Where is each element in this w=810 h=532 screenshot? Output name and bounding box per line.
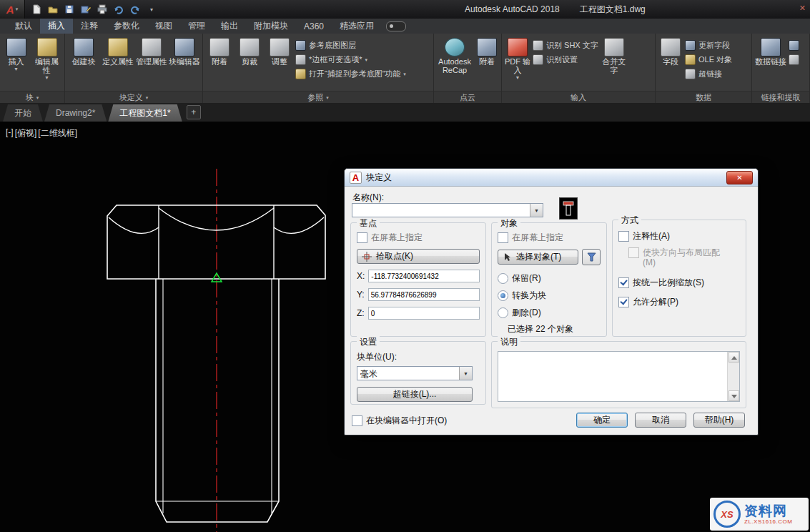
match-orientation-checkbox[interactable]: 使块方向与布局匹配(M) [628, 247, 721, 267]
bolt-shank-outline[interactable] [156, 279, 279, 522]
file-tab-document1[interactable]: 工程图文档1* [108, 104, 182, 122]
panel-title-linking[interactable]: 链接和提取 [752, 91, 809, 103]
description-text[interactable] [498, 352, 727, 401]
tab-insert[interactable]: 插入 [40, 19, 73, 34]
view-control[interactable]: [俯视] [15, 127, 37, 139]
ribbon: 插入 ▼ 编辑属性 ▼ 块▾ 创建块 [0, 34, 810, 103]
tab-addins[interactable]: 附加模块 [246, 19, 296, 34]
redo-button[interactable] [128, 2, 142, 16]
description-scrollbar[interactable] [727, 352, 739, 401]
autodesk-recap-button[interactable]: Autodesk ReCap [436, 36, 473, 74]
block-unit-combo[interactable]: 毫米 ▼ [357, 366, 473, 380]
tab-a360[interactable]: A360 [296, 19, 332, 34]
pdf-import-button[interactable]: PDF 输入 ▼ [504, 36, 531, 80]
tab-annotate[interactable]: 注释 [73, 19, 106, 34]
snap-to-underlay-button[interactable]: 打开“捕捉到参考底图”功能 ▾ [295, 68, 406, 80]
panel-title-block-definition[interactable]: 块定义▾ [65, 91, 202, 103]
cancel-button[interactable]: 取消 [635, 413, 686, 428]
file-tab-start[interactable]: 开始 [3, 104, 43, 122]
pick-point-button[interactable]: 拾取点(K) [357, 249, 480, 264]
objects-onscreen-checkbox[interactable]: 在屏幕上指定 [498, 232, 601, 243]
block-name-input[interactable] [352, 204, 530, 217]
scroll-up-icon[interactable] [728, 352, 739, 363]
convert-to-block-radio[interactable]: 转换为块 [498, 290, 601, 302]
tab-view[interactable]: 视图 [147, 19, 180, 34]
panel-title-data[interactable]: 数据 [656, 91, 751, 103]
window-close-button[interactable]: ✕ [799, 4, 806, 13]
open-file-button[interactable] [46, 2, 60, 16]
linking-extra-button-2[interactable] [789, 54, 799, 66]
ribbon-options-icon[interactable] [386, 21, 406, 31]
dialog-titlebar[interactable]: A 块定义 ✕ [345, 169, 758, 187]
x-coordinate-input[interactable] [368, 270, 480, 282]
basepoint-onscreen-checkbox[interactable]: 在屏幕上指定 [357, 232, 480, 243]
head-arc-right[interactable] [274, 217, 324, 233]
manage-attributes-button[interactable]: 管理属性 [136, 36, 167, 66]
ole-object-button[interactable]: OLE 对象 [685, 54, 732, 66]
file-tab-drawing2[interactable]: Drawing2* [44, 104, 107, 122]
chevron-down-icon[interactable]: ▼ [530, 204, 543, 217]
chevron-down-icon[interactable]: ▼ [459, 367, 472, 380]
scroll-down-icon[interactable] [728, 390, 739, 401]
visual-style-control[interactable]: [二维线框] [38, 127, 77, 139]
define-attribute-button[interactable]: 定义属性 [102, 36, 134, 66]
new-file-button[interactable] [29, 2, 44, 16]
select-objects-button[interactable]: 选择对象(T) [498, 250, 578, 265]
viewport-menu-control[interactable]: [-] [6, 127, 14, 139]
z-coordinate-input[interactable] [368, 307, 480, 320]
create-block-button[interactable]: 创建块 [67, 36, 100, 66]
retain-radio[interactable]: 保留(R) [498, 272, 601, 285]
recognition-settings-button[interactable]: 识别设置 [533, 54, 598, 66]
quick-select-button[interactable] [582, 249, 601, 265]
new-tab-button[interactable]: + [187, 105, 201, 119]
block-name-combo[interactable]: ▼ [352, 203, 543, 217]
edit-attribute-button[interactable]: 编辑属性 ▼ [31, 36, 62, 80]
adjust-button[interactable]: 调整 [265, 36, 294, 66]
insert-block-button[interactable]: 插入 ▼ [2, 36, 30, 72]
field-button[interactable]: 字段 [658, 36, 683, 66]
plot-button[interactable] [95, 2, 109, 16]
linking-extra-button[interactable] [789, 39, 799, 51]
model-space-canvas[interactable]: [-] [俯视] [二维线框] A 块定义 [0, 122, 810, 532]
allow-explode-checkbox[interactable]: 允许分解(P) [618, 297, 741, 307]
panel-title-block[interactable]: 块▾ [0, 91, 64, 103]
save-as-button[interactable] [79, 2, 93, 16]
tab-parametric[interactable]: 参数化 [106, 19, 147, 34]
save-button[interactable] [62, 2, 76, 16]
y-coordinate-input[interactable] [368, 288, 480, 301]
head-arc-left[interactable] [109, 217, 159, 233]
clip-button[interactable]: 剪裁 [235, 36, 264, 66]
ok-button[interactable]: 确定 [576, 413, 628, 428]
tab-output[interactable]: 输出 [213, 19, 246, 34]
application-menu-button[interactable]: A ▾ [0, 0, 25, 19]
description-textarea[interactable] [498, 351, 740, 402]
panel-title-import[interactable]: 输入 [502, 91, 655, 103]
tab-default[interactable]: 默认 [7, 19, 40, 34]
tab-featured-apps[interactable]: 精选应用 [332, 19, 382, 34]
panel-title-point-cloud[interactable]: 点云 [434, 91, 501, 103]
combine-text-button[interactable]: 合并文字 [600, 36, 628, 74]
block-editor-button[interactable]: 块编辑器 [169, 36, 200, 66]
chevron-down-icon: ▾ [403, 72, 406, 77]
uniform-scale-checkbox[interactable]: 按统一比例缩放(S) [618, 277, 741, 288]
pointcloud-attach-button[interactable]: 附着 [475, 36, 499, 66]
tab-manage[interactable]: 管理 [180, 19, 213, 34]
delete-radio[interactable]: 删除(D) [498, 307, 601, 319]
help-button[interactable]: 帮助(H) [693, 413, 745, 428]
underlay-layers-button[interactable]: 参考底图图层 [295, 39, 406, 51]
qat-customize-button[interactable]: ▾ [144, 2, 159, 16]
hyperlink-dialog-button[interactable]: 超链接(L)... [357, 387, 473, 402]
attach-reference-button[interactable]: 附着 [205, 36, 234, 66]
update-fields-button[interactable]: 更新字段 [685, 39, 732, 51]
group-title: 方式 [618, 215, 641, 227]
frame-option-button[interactable]: *边框可变选项* ▾ [295, 54, 406, 66]
open-in-block-editor-checkbox[interactable]: 在块编辑器中打开(O) [352, 415, 447, 426]
recognize-shx-button[interactable]: 识别 SHX 文字 [533, 39, 598, 51]
dialog-close-button[interactable]: ✕ [726, 171, 753, 184]
hyperlink-button[interactable]: 超链接 [685, 68, 732, 80]
annotative-checkbox[interactable]: 注释性(A) [618, 231, 741, 242]
block-unit-value[interactable]: 毫米 [357, 367, 459, 380]
undo-button[interactable] [112, 2, 126, 16]
panel-title-reference[interactable]: 参照▾ [203, 91, 433, 103]
data-link-button[interactable]: 数据链接 [754, 36, 787, 66]
